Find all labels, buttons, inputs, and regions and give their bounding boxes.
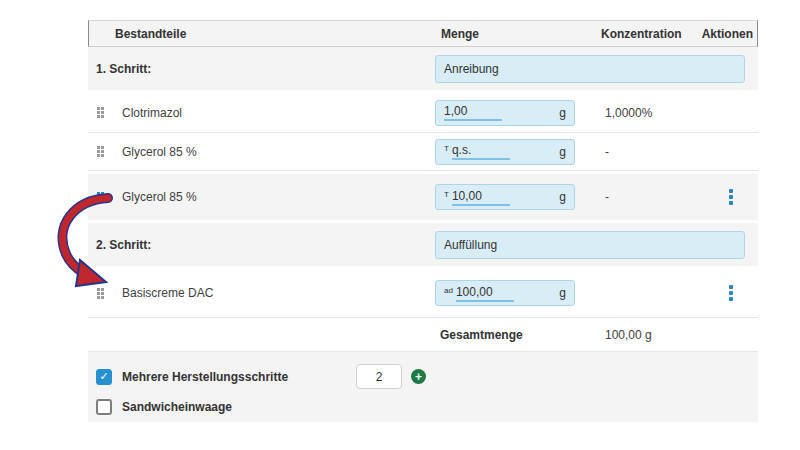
concentration-value: 1,0000% (600, 106, 700, 120)
column-header-bestandteile: Bestandteile (115, 27, 436, 41)
table-row: Basiscreme DAC ad 100,00 g (88, 269, 758, 318)
ingredient-name: Clotrimazol (114, 106, 435, 120)
step-2-name-input[interactable] (435, 231, 745, 259)
menge-cell: T q.s. g (435, 139, 600, 165)
table-row: Glycerol 85 % T q.s. g - (88, 133, 758, 171)
row-menu-kebab-icon[interactable] (729, 189, 733, 205)
menge-cell: 1,00 g (435, 100, 600, 126)
unit-label: g (559, 106, 566, 120)
menge-cell: T 10,00 g (435, 184, 600, 210)
drag-handle-icon[interactable] (97, 146, 104, 157)
menge-cell: ad 100,00 g (435, 280, 600, 306)
step-2-label: 2. Schritt: (88, 238, 435, 252)
step-1-input-wrap (435, 55, 758, 83)
unit-label: g (559, 286, 566, 300)
add-step-plus-icon[interactable]: + (411, 369, 426, 384)
multi-step-label: Mehrere Herstellungsschritte (122, 370, 288, 384)
amount-value: 1,00 (444, 104, 502, 121)
actions-cell (700, 189, 758, 205)
recipe-editor: Bestandteile Menge Konzentration Aktione… (0, 0, 800, 450)
amount-prefix: T (444, 190, 449, 199)
unit-label: g (559, 190, 566, 204)
unit-label: g (559, 145, 566, 159)
ingredients-table: Bestandteile Menge Konzentration Aktione… (88, 20, 758, 422)
checkmark-icon: ✓ (99, 370, 108, 383)
amount-input[interactable]: T 10,00 g (435, 184, 575, 210)
ingredient-name: Basiscreme DAC (114, 286, 435, 300)
amount-value: q.s. (452, 143, 510, 160)
amount-value: 100,00 (456, 285, 514, 302)
total-row: Gesamtmenge 100,00 g (88, 318, 758, 352)
sandwich-label: Sandwicheinwaage (122, 400, 232, 414)
sandwich-checkbox[interactable] (96, 399, 112, 415)
table-row-highlighted: Glycerol 85 % T 10,00 g - (88, 171, 758, 223)
column-header-menge: Menge (436, 27, 601, 41)
multi-step-option: ✓ Mehrere Herstellungsschritte + (96, 364, 758, 389)
concentration-value: - (600, 145, 700, 159)
step-count-input[interactable] (356, 364, 402, 389)
sandwich-option: Sandwicheinwaage (96, 399, 758, 415)
actions-cell (700, 285, 758, 301)
table-row: Clotrimazol 1,00 g 1,0000% (88, 93, 758, 133)
ingredient-name: Glycerol 85 % (114, 145, 435, 159)
concentration-value: - (600, 190, 700, 204)
amount-input[interactable]: 1,00 g (435, 100, 575, 126)
step-1-label: 1. Schritt: (88, 62, 435, 76)
multi-step-checkbox[interactable]: ✓ (96, 369, 112, 385)
ingredient-name: Glycerol 85 % (114, 190, 435, 204)
total-label: Gesamtmenge (435, 328, 600, 342)
amount-prefix: ad (444, 286, 453, 295)
step-2-input-wrap (435, 231, 758, 259)
table-header: Bestandteile Menge Konzentration Aktione… (88, 20, 758, 47)
total-value: 100,00 g (600, 328, 700, 342)
row-menu-kebab-icon[interactable] (729, 285, 733, 301)
amount-value: 10,00 (452, 189, 510, 206)
options-panel: ✓ Mehrere Herstellungsschritte + Sandwic… (88, 352, 758, 422)
drag-handle-icon[interactable] (97, 107, 104, 118)
column-header-aktionen: Aktionen (701, 27, 757, 41)
step-row-1: 1. Schritt: (88, 47, 758, 93)
amount-input[interactable]: T q.s. g (435, 139, 575, 165)
amount-prefix: T (444, 144, 449, 153)
amount-input[interactable]: ad 100,00 g (435, 280, 575, 306)
reorder-arrow (46, 186, 126, 301)
step-1-name-input[interactable] (435, 55, 745, 83)
column-header-konzentration: Konzentration (601, 27, 701, 41)
step-row-2: 2. Schritt: (88, 223, 758, 269)
